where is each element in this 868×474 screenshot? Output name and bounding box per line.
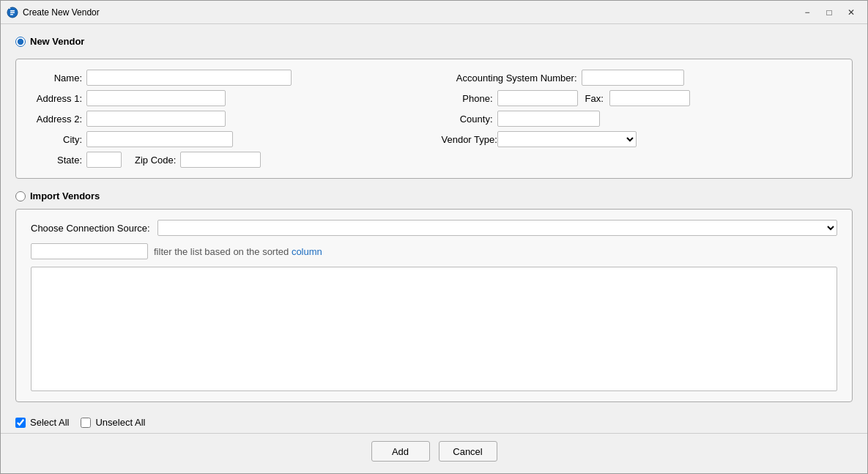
- new-vendor-section: Name: Address 1: Address 2:: [15, 59, 853, 179]
- address1-input[interactable]: [86, 90, 226, 106]
- vendor-list-box[interactable]: [31, 267, 837, 391]
- cancel-button[interactable]: Cancel: [439, 441, 497, 462]
- phone-label: Phone:: [442, 93, 493, 104]
- unselect-all-text: Unselect All: [95, 417, 145, 428]
- vendor-type-label: Vendor Type:: [442, 134, 493, 145]
- form-grid: Name: Address 1: Address 2:: [31, 70, 837, 168]
- filter-link[interactable]: column: [292, 246, 322, 257]
- city-input[interactable]: [86, 131, 233, 147]
- svg-rect-1: [10, 10, 15, 12]
- main-content: New Vendor Name: Address 1:: [1, 24, 867, 433]
- name-input[interactable]: [86, 70, 292, 86]
- bottom-checkboxes: Select All Unselect All: [15, 414, 853, 431]
- main-window: Create New Vendor − □ ✕ New Vendor Name:: [0, 0, 868, 474]
- select-all-label[interactable]: Select All: [15, 417, 69, 428]
- county-label: County:: [442, 114, 493, 125]
- county-row: County:: [442, 111, 838, 127]
- import-vendors-radio[interactable]: [15, 191, 26, 201]
- connection-select[interactable]: [157, 220, 837, 236]
- window-controls: − □ ✕: [797, 4, 861, 21]
- city-row: City:: [31, 131, 427, 147]
- fax-label: Fax:: [585, 93, 604, 104]
- svg-rect-3: [10, 14, 13, 15]
- close-button[interactable]: ✕: [841, 4, 861, 21]
- state-zip-row: State: Zip Code:: [31, 152, 427, 168]
- connection-row: Choose Connection Source:: [31, 220, 837, 236]
- import-section: Import Vendors Choose Connection Source:…: [15, 190, 853, 402]
- window-title: Create New Vendor: [23, 7, 797, 18]
- import-vendors-radio-label[interactable]: Import Vendors: [15, 190, 853, 201]
- app-icon: [7, 7, 18, 18]
- name-row: Name:: [31, 70, 427, 86]
- add-button[interactable]: Add: [371, 441, 430, 462]
- fax-input[interactable]: [609, 90, 690, 106]
- address2-label: Address 2:: [31, 114, 82, 125]
- filter-input[interactable]: [31, 243, 148, 259]
- new-vendor-radio-label[interactable]: New Vendor: [15, 36, 853, 47]
- maximize-button[interactable]: □: [819, 4, 839, 21]
- import-vendors-label: Import Vendors: [30, 190, 100, 201]
- footer: Add Cancel: [1, 433, 867, 473]
- select-all-checkbox[interactable]: [15, 418, 26, 428]
- address1-row: Address 1:: [31, 90, 427, 106]
- address2-row: Address 2:: [31, 111, 427, 127]
- zip-input[interactable]: [180, 152, 261, 168]
- select-all-text: Select All: [30, 417, 69, 428]
- vendor-type-row: Vendor Type:: [442, 131, 838, 147]
- address2-input[interactable]: [86, 111, 226, 127]
- import-box: Choose Connection Source: filter the lis…: [15, 209, 853, 402]
- accounting-row: Accounting System Number:: [442, 70, 838, 86]
- state-label: State:: [31, 155, 82, 166]
- name-label: Name:: [31, 73, 82, 84]
- new-vendor-radio[interactable]: [15, 37, 26, 47]
- accounting-input[interactable]: [582, 70, 684, 86]
- phone-fax-row: Phone: Fax:: [442, 90, 838, 106]
- phone-input[interactable]: [497, 90, 578, 106]
- svg-rect-2: [10, 12, 15, 13]
- county-input[interactable]: [497, 111, 600, 127]
- accounting-label: Accounting System Number:: [442, 73, 577, 84]
- form-left: Name: Address 1: Address 2:: [31, 70, 427, 168]
- unselect-all-checkbox[interactable]: [81, 418, 91, 428]
- vendor-type-select[interactable]: [497, 131, 637, 147]
- state-input[interactable]: [86, 152, 122, 168]
- title-bar: Create New Vendor − □ ✕: [1, 1, 867, 24]
- address1-label: Address 1:: [31, 93, 82, 104]
- minimize-button[interactable]: −: [797, 4, 817, 21]
- new-vendor-label: New Vendor: [30, 36, 84, 47]
- city-label: City:: [31, 134, 82, 145]
- filter-row: filter the list based on the sorted colu…: [31, 243, 837, 259]
- connection-label: Choose Connection Source:: [31, 223, 150, 234]
- zip-code-label: Zip Code:: [135, 155, 176, 166]
- form-right: Accounting System Number: Phone: Fax: Co…: [442, 70, 838, 168]
- unselect-all-label[interactable]: Unselect All: [81, 417, 145, 428]
- filter-text: filter the list based on the sorted colu…: [154, 246, 322, 257]
